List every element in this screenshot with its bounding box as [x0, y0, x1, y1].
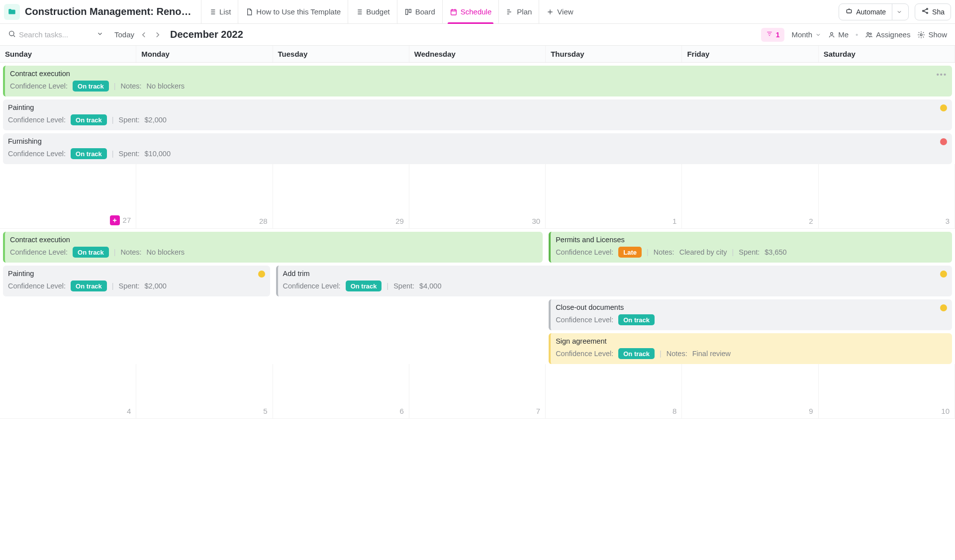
- event-closeout-documents[interactable]: Close-out documents Confidence Level: On…: [549, 299, 952, 330]
- spent-value: $4,000: [419, 282, 441, 290]
- search-input[interactable]: [19, 30, 94, 39]
- top-toolbar: Construction Management: Renovatio… List…: [0, 0, 955, 24]
- spent-label: Spent:: [119, 282, 140, 290]
- day-cell[interactable]: 28: [136, 164, 273, 229]
- status-badge: Late: [618, 247, 642, 258]
- show-toggle[interactable]: Show: [917, 30, 947, 39]
- day-header: Tuesday: [273, 46, 409, 62]
- share-icon: [921, 7, 929, 16]
- event-title: Contract execution: [10, 70, 947, 78]
- gantt-icon: [506, 8, 514, 16]
- filter-count: 1: [776, 31, 780, 39]
- event-title: Close-out documents: [556, 303, 947, 311]
- filter-chip[interactable]: 1: [761, 28, 785, 42]
- status-dot-icon: [258, 271, 265, 278]
- day-cell[interactable]: 5: [136, 364, 273, 419]
- plus-icon: [546, 8, 554, 16]
- day-number: 5: [263, 407, 267, 415]
- day-number: 8: [672, 407, 676, 415]
- status-dot-icon: [940, 304, 947, 311]
- day-number: 10: [941, 407, 950, 415]
- confidence-label: Confidence Level:: [556, 316, 613, 324]
- board-icon: [404, 8, 412, 16]
- day-number: 29: [395, 217, 404, 225]
- confidence-label: Confidence Level:: [283, 282, 341, 290]
- event-contract-execution[interactable]: ••• Contract execution Confidence Level:…: [3, 66, 952, 96]
- tab-plan[interactable]: Plan: [498, 0, 539, 24]
- svg-point-4: [923, 10, 924, 12]
- spent-label: Spent:: [393, 282, 414, 290]
- svg-rect-0: [405, 9, 407, 14]
- add-task-icon[interactable]: +: [110, 215, 120, 225]
- status-badge: On track: [618, 348, 655, 359]
- calendar-body: ••• Contract execution Confidence Level:…: [0, 63, 955, 419]
- tab-add-view[interactable]: View: [539, 0, 580, 24]
- event-sign-agreement[interactable]: Sign agreement Confidence Level: On trac…: [549, 333, 952, 364]
- spent-value: $2,000: [145, 116, 167, 124]
- search-wrap: [8, 30, 107, 39]
- confidence-label: Confidence Level:: [556, 350, 613, 358]
- assignees-label: Assignees: [876, 30, 910, 39]
- more-icon[interactable]: •••: [937, 71, 947, 79]
- day-header: Thursday: [546, 46, 682, 62]
- tab-schedule[interactable]: Schedule: [442, 0, 499, 24]
- filter-icon: [766, 30, 773, 39]
- week-events: Painting Confidence Level: On track | Sp…: [0, 96, 955, 130]
- tab-label: View: [557, 7, 573, 16]
- user-icon: [828, 31, 835, 38]
- spent-label: Spent:: [739, 248, 760, 256]
- event-contract-execution[interactable]: Contract execution Confidence Level: On …: [3, 232, 543, 263]
- next-month-icon[interactable]: [153, 30, 162, 39]
- day-cell[interactable]: +27: [0, 164, 136, 229]
- list-icon: [208, 8, 216, 16]
- day-cell[interactable]: 9: [682, 364, 818, 419]
- spent-value: $10,000: [145, 150, 171, 158]
- show-label: Show: [928, 30, 947, 39]
- me-filter[interactable]: Me: [828, 30, 849, 39]
- confidence-label: Confidence Level:: [10, 82, 68, 90]
- day-number: 27: [123, 216, 131, 224]
- day-cell[interactable]: 8: [546, 364, 682, 419]
- spent-label: Spent:: [119, 116, 140, 124]
- spent-value: $3,650: [764, 248, 786, 256]
- chevron-down-icon[interactable]: [892, 4, 906, 20]
- event-painting[interactable]: Painting Confidence Level: On track | Sp…: [3, 99, 952, 130]
- day-cell[interactable]: 6: [273, 364, 409, 419]
- settings-icon: [917, 31, 925, 39]
- tab-board[interactable]: Board: [397, 0, 442, 24]
- notes-label: Notes:: [667, 350, 687, 358]
- svg-point-10: [870, 33, 871, 34]
- tab-list[interactable]: List: [201, 0, 238, 24]
- today-button[interactable]: Today: [114, 30, 134, 39]
- day-cell[interactable]: 10: [819, 364, 955, 419]
- day-cell[interactable]: 3: [819, 164, 955, 229]
- day-cell[interactable]: 2: [682, 164, 818, 229]
- day-cell[interactable]: 30: [409, 164, 546, 229]
- assignees-filter[interactable]: Assignees: [865, 30, 910, 39]
- month-title: December 2022: [170, 29, 243, 40]
- confidence-label: Confidence Level:: [8, 150, 66, 158]
- day-cell[interactable]: 4: [0, 364, 136, 419]
- tab-label: Schedule: [461, 7, 492, 16]
- svg-point-7: [9, 31, 14, 36]
- share-button[interactable]: Sha: [915, 3, 951, 20]
- view-mode-select[interactable]: Month: [791, 30, 821, 39]
- prev-month-icon[interactable]: [139, 30, 148, 39]
- automate-button[interactable]: Automate: [839, 3, 909, 20]
- event-add-trim[interactable]: Add trim Confidence Level: On track | Sp…: [276, 266, 952, 296]
- day-cell[interactable]: 1: [546, 164, 682, 229]
- confidence-label: Confidence Level:: [8, 116, 66, 124]
- event-title: Furnishing: [8, 137, 947, 145]
- week-events: Close-out documents Confidence Level: On…: [0, 296, 955, 330]
- day-number: 4: [127, 407, 131, 415]
- event-painting[interactable]: Painting Confidence Level: On track | Sp…: [3, 266, 270, 296]
- tab-howto[interactable]: How to Use this Template: [238, 0, 348, 24]
- notes-value: Final review: [692, 350, 731, 358]
- day-cell[interactable]: 29: [273, 164, 409, 229]
- event-furnishing[interactable]: Furnishing Confidence Level: On track | …: [3, 133, 952, 164]
- event-permits-licenses[interactable]: Permits and Licenses Confidence Level: L…: [549, 232, 952, 263]
- page-title: Construction Management: Renovatio…: [25, 6, 194, 17]
- tab-budget[interactable]: Budget: [348, 0, 397, 24]
- chevron-down-icon[interactable]: [96, 30, 103, 39]
- day-cell[interactable]: 7: [409, 364, 546, 419]
